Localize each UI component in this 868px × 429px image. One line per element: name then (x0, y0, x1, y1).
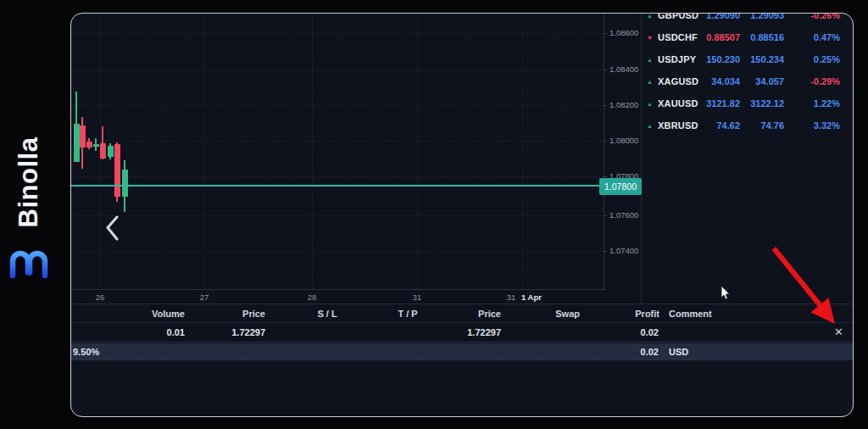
trend-up-icon: ▲ (647, 123, 653, 129)
time-axis-label: 26 (96, 292, 105, 302)
header-sl: S / L (317, 304, 337, 322)
h-gridline (71, 141, 604, 142)
v-gridline (312, 14, 313, 289)
bid-price: 74.62 (716, 120, 740, 131)
position-profit: 0.02 (641, 322, 659, 342)
change-percent: 0.25% (814, 54, 840, 64)
candle-body (108, 146, 114, 157)
candle-body (122, 170, 128, 197)
trend-up-icon: ▲ (647, 101, 653, 107)
symbol-label: XBRUSD (658, 120, 698, 131)
watchlist-row-xauusd[interactable]: ▲XAUUSD3121.823122.121.22% (641, 92, 854, 114)
ask-price: 34.057 (755, 76, 784, 86)
current-price-tag: 1.07800 (599, 178, 642, 195)
v-gridline (417, 14, 418, 289)
position-current-price: 1.72297 (467, 322, 501, 342)
summary-profit: 0.02 (641, 343, 659, 359)
candle-body (93, 144, 99, 147)
time-axis-label: 1 Apr (521, 292, 542, 302)
price-axis-label: 1.08000 (609, 136, 638, 145)
h-gridline (71, 70, 604, 70)
header-tp: T / P (398, 304, 417, 322)
trend-down-icon: ▼ (647, 35, 653, 41)
h-gridline (71, 33, 604, 34)
symbol-label: USDCHF (658, 32, 698, 42)
price-axis-label: 1.07600 (609, 210, 638, 220)
candle-body (114, 144, 120, 197)
watchlist-row-xbrusd[interactable]: ▲XBRUSD74.6274.763.32% (641, 114, 854, 136)
change-percent: 3.32% (814, 120, 840, 131)
time-axis-label: 31 (413, 292, 422, 302)
price-axis-label: 1.08400 (609, 64, 638, 74)
account-summary-row[interactable]: 9.50% 0.02 USD (71, 343, 854, 360)
header-swap: Swap (555, 304, 580, 322)
symbol-label: XAGUSD (658, 76, 698, 86)
positions-table-header: Volume Price S / L T / P Price Swap Prof… (71, 304, 854, 323)
change-percent: -0.26% (810, 13, 840, 20)
symbol-label: USDJPY (658, 54, 696, 64)
price-tick (604, 251, 607, 252)
binolla-branding: Binolla (8, 125, 50, 295)
candle-body (86, 142, 92, 148)
scroll-left-chevron[interactable] (105, 215, 120, 241)
current-price-line (71, 185, 599, 187)
time-axis-label: 27 (200, 292, 209, 302)
time-axis-label: 28 (308, 292, 317, 302)
price-axis-label: 1.07400 (609, 246, 638, 255)
price-tick (604, 141, 607, 142)
price-tick (604, 70, 607, 70)
price-tick (604, 215, 607, 216)
bid-price: 3121.82 (706, 98, 740, 109)
close-position-button[interactable]: ✕ (834, 322, 843, 342)
brand-name: Binolla (14, 137, 44, 228)
header-comment: Comment (669, 304, 712, 322)
bid-price: 1.29090 (706, 13, 740, 20)
ask-price: 1.29093 (750, 13, 784, 20)
ask-price: 0.88516 (750, 32, 784, 42)
time-axis-label: 31 (507, 292, 516, 302)
watchlist-row-usdjpy[interactable]: ▲USDJPY150.230150.2340.25% (641, 48, 854, 70)
trend-up-icon: ▲ (647, 13, 653, 19)
h-gridline (71, 176, 604, 177)
trend-up-icon: ▲ (647, 79, 653, 85)
position-volume: 0.01 (167, 322, 185, 342)
header-volume: Volume (152, 304, 185, 322)
symbol-label: GBPUSD (658, 13, 698, 20)
price-axis-label: 1.08200 (609, 100, 638, 109)
position-open-price: 1.72297 (231, 322, 265, 342)
binolla-logo-icon (8, 247, 49, 279)
v-gridline (522, 14, 523, 289)
header-profit: Profit (635, 304, 659, 322)
screenshot-canvas: Binolla 1.086001.084001.082001.080001.07… (0, 0, 868, 429)
header-price: Price (242, 304, 265, 322)
price-tick (604, 176, 607, 177)
bid-price: 0.88507 (706, 32, 740, 42)
price-tick (604, 33, 607, 34)
price-chart[interactable] (71, 14, 604, 289)
change-percent: 1.22% (814, 98, 840, 109)
h-gridline (71, 251, 604, 252)
candle-body (100, 143, 106, 159)
price-tick (604, 105, 607, 106)
h-gridline (71, 215, 604, 216)
bid-price: 150.230 (706, 54, 740, 64)
change-percent: -0.29% (810, 76, 840, 86)
h-gridline (71, 105, 604, 106)
ask-price: 74.76 (760, 120, 784, 131)
watchlist-row-xagusd[interactable]: ▲XAGUSD34.03434.057-0.29% (641, 70, 854, 92)
v-gridline (204, 14, 205, 289)
price-axis[interactable]: 1.086001.084001.082001.080001.078001.076… (604, 14, 641, 304)
watchlist-row-usdchf[interactable]: ▼USDCHF0.885070.885160.47% (641, 26, 854, 48)
change-percent: 0.47% (814, 32, 840, 42)
position-row[interactable]: 0.01 1.72297 1.72297 0.02 ✕ (71, 322, 854, 343)
positions-table: Volume Price S / L T / P Price Swap Prof… (71, 304, 854, 417)
ask-price: 3122.12 (750, 98, 784, 109)
candle-body (74, 124, 80, 162)
time-axis[interactable]: 26272831311 Apr (71, 289, 605, 304)
symbol-label: XAUUSD (658, 98, 698, 109)
header-price2: Price (478, 304, 501, 322)
margin-level: 9.50% (73, 343, 99, 359)
watchlist-row-gbpusd[interactable]: ▲GBPUSD1.290901.29093-0.26% (641, 13, 854, 26)
bid-price: 34.034 (711, 76, 740, 86)
ask-price: 150.234 (750, 54, 784, 64)
